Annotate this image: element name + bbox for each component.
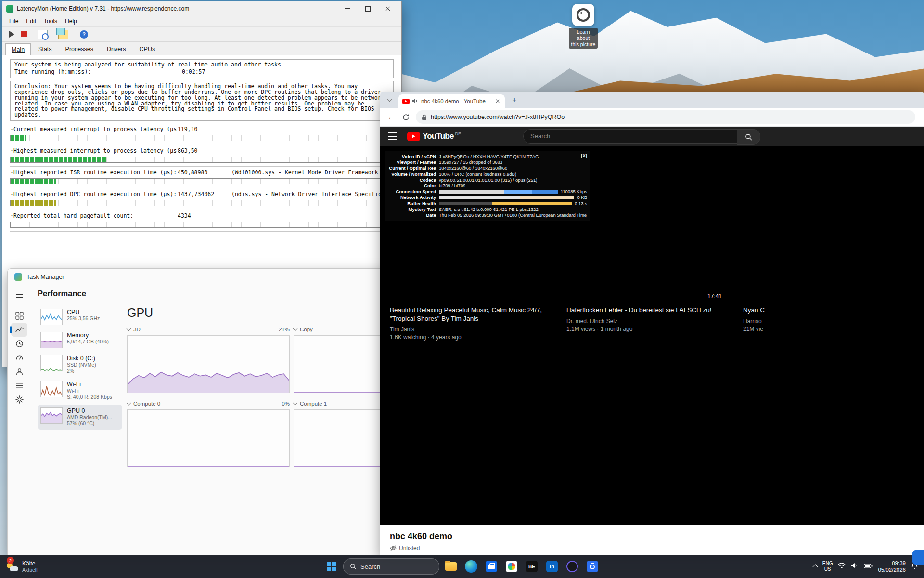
pinned-apps: BEin xyxy=(442,558,601,575)
lock-icon xyxy=(422,114,427,120)
sidebar-item-startup-apps[interactable] xyxy=(11,351,27,365)
sidebar-item-processes[interactable] xyxy=(11,309,27,323)
edge-floating-button[interactable] xyxy=(912,550,924,565)
stats-value: 3840x2160@60 / 3840x2160@60 xyxy=(439,165,507,171)
sidebar-item-performance[interactable] xyxy=(11,323,27,337)
help-icon[interactable] xyxy=(80,30,88,39)
perf-item-cpu[interactable]: CPU25% 3,56 GHz xyxy=(38,306,122,328)
perf-item-name: CPU xyxy=(67,309,100,315)
tab-audio-icon[interactable] xyxy=(412,97,418,105)
file-explorer-glyph xyxy=(445,562,457,571)
hidden-icons-chevron[interactable] xyxy=(813,562,817,571)
beeper-icon[interactable]: BE xyxy=(523,558,540,575)
menu-edit[interactable]: Edit xyxy=(22,17,40,26)
obsidian-icon[interactable] xyxy=(564,558,581,575)
microsoft-store-icon[interactable] xyxy=(483,558,500,575)
menu-tools[interactable]: Tools xyxy=(40,17,61,26)
refresh-icon[interactable] xyxy=(399,111,412,123)
stop-monitor-button[interactable] xyxy=(21,31,27,37)
maximize-button[interactable] xyxy=(358,2,377,15)
suggested-video-title: Haferflocken Fehler - Du bereitest sie F… xyxy=(566,306,732,315)
stats-label: Volume / Normalized xyxy=(388,171,436,177)
start-monitor-button[interactable] xyxy=(9,31,14,38)
tab-drivers[interactable]: Drivers xyxy=(101,43,132,55)
linkedin-icon[interactable]: in xyxy=(543,558,561,575)
task-manager-title: Task Manager xyxy=(26,274,64,280)
report-icon[interactable] xyxy=(38,30,48,39)
menu-file[interactable]: File xyxy=(5,17,22,26)
stats-row: Video ID / sCPNJ-x8HPyQROo / HXXH HAVG Y… xyxy=(388,154,587,159)
stats-label: Mystery Text xyxy=(388,207,436,212)
metric-label: ·Current measured interrupt to process l… xyxy=(10,127,178,132)
cascade-windows-icon[interactable] xyxy=(58,30,68,39)
youtube-logo[interactable]: YouTube DE xyxy=(407,131,461,141)
battery-icon[interactable] xyxy=(864,562,873,571)
search-icon xyxy=(745,133,752,141)
graph-value: 21% xyxy=(279,327,290,332)
sidebar-item-details[interactable] xyxy=(11,379,27,393)
wifi-icon[interactable] xyxy=(838,562,846,571)
suggested-video[interactable]: Haferflocken Fehler - Du bereitest sie F… xyxy=(566,306,732,341)
youtube-logo-text: YouTube xyxy=(423,131,454,141)
search-input[interactable]: Search xyxy=(523,129,738,144)
menu-icon[interactable] xyxy=(388,132,398,140)
sidebar-item-services[interactable] xyxy=(11,393,27,407)
perf-item-wi-fi[interactable]: Wi-FiWi-FiS: 40,0 R: 208 Kbps xyxy=(38,378,122,403)
taskbar-search-label: Search xyxy=(360,563,380,570)
clock[interactable]: 09:39 05/02/2026 xyxy=(878,560,906,574)
sidebar-item-app-history[interactable] xyxy=(11,337,27,351)
perf-item-stat: AMD Radeon(TM)... xyxy=(67,414,112,420)
stats-close-button[interactable]: [X] xyxy=(581,153,587,158)
menu-icon[interactable] xyxy=(12,291,26,303)
new-tab-button[interactable] xyxy=(509,94,520,106)
taskbar-search[interactable]: Search xyxy=(343,558,439,575)
gpu-graph-3d: 3D21% xyxy=(127,326,290,393)
metric-bar-fill xyxy=(11,135,26,141)
edge-icon[interactable] xyxy=(462,558,480,575)
stats-value: 1359x727 / 15 dropped of 3683 xyxy=(439,159,502,165)
latencymon-titlebar[interactable]: LatencyMon (Home Edition) v 7.31 - https… xyxy=(2,1,401,16)
metric-detail: (ndis.sys - Network Driver Interface Spe… xyxy=(231,192,394,197)
weather-widget[interactable]: 2 Kälte Aktuell xyxy=(0,555,43,578)
perf-item-disk-0-c[interactable]: Disk 0 (C:)SSD (NVMe)2% xyxy=(38,352,122,377)
suggested-video-channel: Tim Janis xyxy=(390,326,556,333)
start-button[interactable] xyxy=(323,558,340,575)
tab-close-icon[interactable] xyxy=(494,98,501,105)
volume-icon[interactable] xyxy=(851,562,859,571)
tab-processes[interactable]: Processes xyxy=(59,43,100,55)
address-bar[interactable]: https://www.youtube.com/watch?v=J-x8HPyQ… xyxy=(416,110,915,124)
tab-stats[interactable]: Stats xyxy=(32,43,58,55)
back-icon[interactable]: ← xyxy=(385,111,398,123)
tab-search-chevron-icon[interactable] xyxy=(384,93,395,107)
graph-label: Copy xyxy=(300,327,313,332)
microsoft-store-glyph xyxy=(486,561,497,572)
metric-detail xyxy=(231,213,394,219)
browser-tab[interactable]: nbc 4k60 demo - YouTube xyxy=(398,94,505,108)
language-indicator[interactable]: ENG US xyxy=(822,561,833,572)
tab-main[interactable]: Main xyxy=(5,43,31,55)
suggested-video-meta: 21M vie xyxy=(743,326,909,332)
notification-count-badge: 2 xyxy=(7,557,14,564)
suggested-video[interactable]: Beautiful Relaxing Peaceful Music, Calm … xyxy=(390,306,556,341)
search-button[interactable] xyxy=(737,129,760,144)
perf-item-gpu-0[interactable]: GPU 0AMD Radeon(TM)...57% (60 °C) xyxy=(38,405,122,430)
suggested-video[interactable]: Nyan CHarriso21M vie xyxy=(743,306,909,341)
sidebar-item-users[interactable] xyxy=(11,365,27,379)
camera-icon[interactable] xyxy=(584,558,601,575)
suggested-video-meta: 1.1M views · 1 month ago xyxy=(566,326,732,332)
analysis-status-text: Your system is being analyzed for suitab… xyxy=(14,62,389,68)
close-button[interactable] xyxy=(378,2,398,15)
video-player[interactable]: [X] Video ID / sCPNJ-x8HPyQROo / HXXH HA… xyxy=(380,146,924,525)
photos-icon[interactable] xyxy=(503,558,520,575)
stats-rows: Video ID / sCPNJ-x8HPyQROo / HXXH HAVG Y… xyxy=(388,154,587,218)
video-duration-badge: 17:41 xyxy=(707,293,722,300)
metric-label: ·Reported total hard pagefault count: xyxy=(10,213,178,219)
graph-label: 3D xyxy=(133,327,141,332)
file-explorer-icon[interactable] xyxy=(442,558,460,575)
tab-cpus[interactable]: CPUs xyxy=(133,43,162,55)
menu-help[interactable]: Help xyxy=(61,17,81,26)
minimize-button[interactable] xyxy=(338,2,357,15)
perf-item-memory[interactable]: Memory5,9/14,7 GB (40%) xyxy=(38,329,122,351)
taskbar-center: Search BEin xyxy=(323,555,601,578)
learn-about-picture-widget[interactable]: Learn about this picture xyxy=(569,4,598,49)
